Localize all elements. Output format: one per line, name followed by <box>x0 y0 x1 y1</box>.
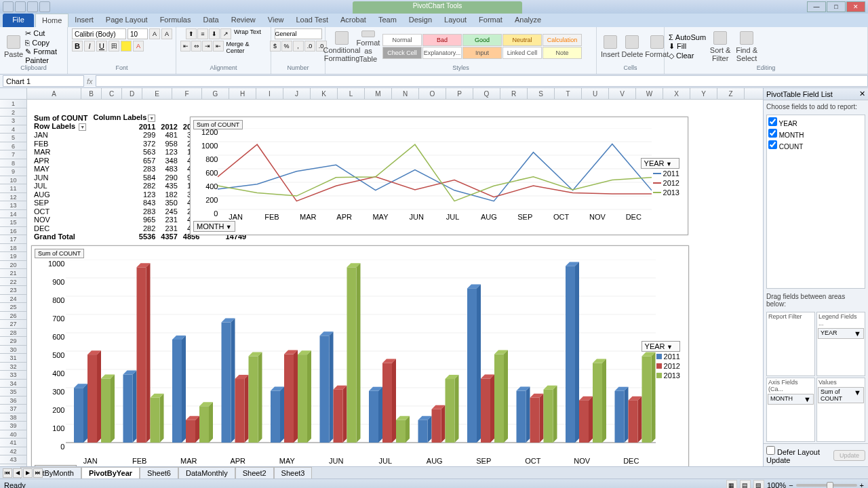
col-header-C[interactable]: C <box>102 88 122 99</box>
maximize-button[interactable]: □ <box>827 1 846 12</box>
col-header-O[interactable]: O <box>419 88 446 99</box>
cell-style-linkedcell[interactable]: Linked Cell <box>502 47 542 59</box>
row-header-40[interactable]: 40 <box>0 430 26 439</box>
col-header-G[interactable]: G <box>202 88 229 99</box>
update-button[interactable]: Update <box>833 450 865 461</box>
defer-update-checkbox[interactable]: Defer Layout Update <box>766 446 833 464</box>
field-areas[interactable]: Report FilterLegend Fields ...YEAR ▼Axis… <box>764 310 868 443</box>
row-header-24[interactable]: 24 <box>0 295 26 304</box>
align-center-icon[interactable]: ⇔ <box>191 41 201 52</box>
row-header-11[interactable]: 11 <box>0 184 26 193</box>
row-header-35[interactable]: 35 <box>0 388 26 396</box>
col-header-D[interactable]: D <box>122 88 142 99</box>
number-format-select[interactable] <box>275 28 322 39</box>
orientation-icon[interactable]: ↗ <box>220 28 231 39</box>
row-header-28[interactable]: 28 <box>0 329 26 338</box>
cell-grid[interactable]: Sum of COUNTColumn Labels▼Row Labels ▼20… <box>27 100 763 466</box>
view-normal-icon[interactable]: ▦ <box>726 480 737 489</box>
clear-button[interactable]: ◇ Clear <box>669 52 706 60</box>
format-as-table-button[interactable]: Format as Table <box>356 30 380 63</box>
conditional-formatting-button[interactable]: Conditional Formatting <box>330 30 354 63</box>
sheet-tab-sheet6[interactable]: Sheet6 <box>140 467 178 479</box>
zoom-level[interactable]: 100% <box>767 481 786 489</box>
cell-style-explanatory[interactable]: Explanatory... <box>422 47 462 59</box>
row-header-6[interactable]: 6 <box>0 142 26 151</box>
chart2-title-tag[interactable]: Sum of COUNT <box>35 249 84 258</box>
font-name-input[interactable] <box>72 28 126 39</box>
zoom-in-button[interactable]: + <box>860 481 864 489</box>
row-header-14[interactable]: 14 <box>0 210 26 219</box>
row-header-43[interactable]: 43 <box>0 455 26 464</box>
row-header-10[interactable]: 10 <box>0 176 26 185</box>
pill-sum-of-count[interactable]: Sum of COUNT ▼ <box>818 387 864 403</box>
col-header-R[interactable]: R <box>500 88 528 99</box>
cell-style-calculation[interactable]: Calculation <box>542 34 582 46</box>
row-header-37[interactable]: 37 <box>0 405 26 413</box>
row-header-30[interactable]: 30 <box>0 346 26 354</box>
col-header-P[interactable]: P <box>446 88 473 99</box>
col-header-B[interactable]: B <box>81 88 102 99</box>
increase-font-icon[interactable]: A <box>149 28 160 39</box>
col-header-J[interactable]: J <box>283 88 311 99</box>
row-header-12[interactable]: 12 <box>0 193 26 202</box>
row-header-2[interactable]: 2 <box>0 108 26 117</box>
tab-formulas[interactable]: Formulas <box>154 14 197 27</box>
sheet-tab-datamonthly[interactable]: DataMonthly <box>178 467 235 479</box>
copy-button[interactable]: ⎘ Copy <box>25 39 63 47</box>
row-header-3[interactable]: 3 <box>0 117 26 125</box>
cell-style-input[interactable]: Input <box>462 47 502 59</box>
col-header-S[interactable]: S <box>528 88 555 99</box>
cell-style-good[interactable]: Good <box>462 34 502 46</box>
formula-bar[interactable] <box>96 75 868 87</box>
col-header-V[interactable]: V <box>609 88 636 99</box>
pill-year[interactable]: YEAR ▼ <box>818 328 864 339</box>
col-header-W[interactable]: W <box>636 88 663 99</box>
col-header-L[interactable]: L <box>338 88 365 99</box>
axis-fields-area[interactable]: Axis Fields (Ca...MONTH ▼ <box>766 378 815 442</box>
row-header-19[interactable]: 19 <box>0 252 26 261</box>
sort-filter-button[interactable]: Sort & Filter <box>708 30 732 63</box>
file-tab[interactable]: File <box>3 14 34 27</box>
tab-nav-next[interactable]: ▶ <box>23 468 33 478</box>
row-header-1[interactable]: 1 <box>0 100 26 108</box>
pill-month[interactable]: MONTH ▼ <box>768 394 814 405</box>
row-header-13[interactable]: 13 <box>0 201 26 210</box>
find-select-button[interactable]: Find & Select <box>734 30 759 63</box>
undo-icon[interactable] <box>27 1 38 12</box>
tab-team[interactable]: Team <box>372 14 403 27</box>
cut-button[interactable]: ✂ Cut <box>25 29 63 38</box>
column-headers[interactable]: ABCDEFGHIJKLMNOPQRSTUVWXYZ <box>27 88 763 100</box>
autosum-button[interactable]: Σ AutoSum <box>669 33 706 41</box>
view-layout-icon[interactable]: ▤ <box>740 480 751 489</box>
tab-view[interactable]: View <box>262 14 290 27</box>
font-color-button[interactable]: A <box>133 41 144 52</box>
merge-center-button[interactable]: Merge & Center <box>226 41 267 54</box>
col-header-T[interactable]: T <box>555 88 582 99</box>
percent-icon[interactable]: % <box>281 41 292 52</box>
cell-style-checkcell[interactable]: Check Cell <box>382 47 422 59</box>
row-header-16[interactable]: 16 <box>0 227 26 236</box>
row-header-23[interactable]: 23 <box>0 286 26 295</box>
row-header-26[interactable]: 26 <box>0 312 26 321</box>
col-header-M[interactable]: M <box>365 88 392 99</box>
font-size-input[interactable] <box>127 28 148 39</box>
underline-button[interactable]: U <box>96 41 107 52</box>
field-month[interactable]: MONTH <box>768 128 863 140</box>
row-headers[interactable]: 1234567891011121314151617181920212223242… <box>0 100 27 466</box>
redo-icon[interactable] <box>39 1 50 12</box>
worksheet[interactable]: ABCDEFGHIJKLMNOPQRSTUVWXYZ 1234567891011… <box>0 88 763 466</box>
col-header-Y[interactable]: Y <box>690 88 717 99</box>
delete-cells-button[interactable]: Delete <box>622 30 644 63</box>
tab-analyze[interactable]: Analyze <box>509 14 547 27</box>
row-header-39[interactable]: 39 <box>0 422 26 430</box>
row-header-44[interactable]: 44 <box>0 464 26 467</box>
decrease-indent-icon[interactable]: ⇤ <box>213 41 223 52</box>
row-header-18[interactable]: 18 <box>0 244 26 253</box>
row-header-4[interactable]: 4 <box>0 125 26 134</box>
field-year[interactable]: YEAR <box>768 117 863 128</box>
fieldlist-close-icon[interactable]: ✕ <box>859 89 865 98</box>
row-header-22[interactable]: 22 <box>0 278 26 287</box>
col-header-F[interactable]: F <box>172 88 202 99</box>
align-middle-icon[interactable]: ≡ <box>197 28 208 39</box>
report-filter-area[interactable]: Report Filter <box>766 312 815 376</box>
